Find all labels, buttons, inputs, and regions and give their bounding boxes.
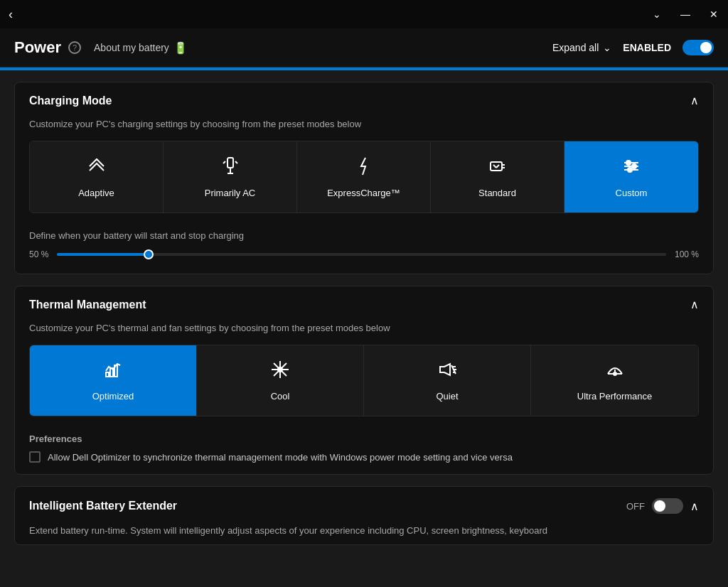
custom-icon — [621, 156, 641, 181]
charging-mode-title: Charging Mode — [29, 95, 112, 107]
charge-slider-section: Define when your battery will start and … — [15, 225, 713, 274]
expand-all-label: Expand all — [552, 42, 599, 53]
ibi-chevron: ∧ — [690, 500, 699, 513]
ibi-header: Intelligent Battery Extender OFF ∧ — [15, 487, 713, 525]
primarily-ac-icon — [220, 156, 240, 181]
charging-mode-header[interactable]: Charging Mode ∧ — [15, 82, 713, 119]
svg-line-9 — [496, 165, 499, 168]
charging-options: Adaptive Primarily AC — [29, 141, 699, 213]
svg-point-14 — [632, 164, 636, 168]
ibi-title: Intelligent Battery Extender — [29, 500, 177, 512]
charge-option-expresscharge[interactable]: ExpressCharge™ — [297, 141, 431, 212]
main-content: Charging Mode ∧ Customize your PC's char… — [0, 70, 728, 587]
thermal-option-optimized[interactable]: Optimized — [30, 345, 197, 416]
intelligent-battery-section: Intelligent Battery Extender OFF ∧ Exten… — [14, 486, 714, 545]
svg-line-4 — [235, 161, 237, 163]
expand-chevron-icon: ⌄ — [603, 42, 611, 53]
charging-mode-desc: Customize your PC's charging settings by… — [15, 119, 713, 141]
about-battery-link[interactable]: About my battery 🔋 — [94, 41, 188, 55]
minimize-button[interactable]: — — [677, 6, 694, 23]
primarily-ac-label: Primarily AC — [205, 188, 256, 198]
svg-point-31 — [614, 372, 616, 375]
ultra-performance-icon — [605, 360, 625, 384]
thermal-management-desc: Customize your PC's thermal and fan sett… — [15, 323, 713, 345]
dropdown-button[interactable]: ⌄ — [648, 6, 665, 23]
charge-option-primarily-ac[interactable]: Primarily AC — [164, 141, 297, 212]
ibi-toggle[interactable] — [652, 498, 683, 514]
title-bar: ‹ ⌄ — ✕ — [0, 0, 728, 28]
cool-label: Cool — [271, 391, 290, 402]
svg-rect-16 — [106, 372, 109, 377]
back-button[interactable]: ‹ — [9, 7, 13, 22]
charge-option-standard[interactable]: Standard — [431, 141, 564, 212]
adaptive-label: Adaptive — [78, 188, 114, 198]
standard-icon — [488, 156, 508, 181]
standard-label: Standard — [478, 188, 516, 198]
custom-label: Custom — [616, 188, 648, 198]
thermal-option-quiet[interactable]: Quiet — [364, 345, 531, 416]
thermal-option-ultra-performance[interactable]: Ultra Performance — [531, 345, 698, 416]
svg-point-13 — [626, 161, 631, 165]
charge-option-custom[interactable]: Custom — [564, 141, 698, 212]
ibi-desc: Extend battery run-time. System will int… — [15, 525, 713, 544]
svg-marker-24 — [440, 364, 450, 375]
expresscharge-label: ExpressCharge™ — [327, 188, 400, 198]
slider-fill — [57, 253, 148, 256]
ibi-header-left: Intelligent Battery Extender — [29, 500, 177, 512]
thermal-option-cool[interactable]: Cool — [197, 345, 364, 416]
svg-rect-5 — [491, 162, 502, 171]
thermal-options: Optimized Cool — [29, 345, 699, 416]
slider-desc: Define when your battery will start and … — [29, 230, 699, 241]
adaptive-icon — [87, 156, 107, 181]
slider-end-label: 100 % — [675, 249, 699, 259]
main-toggle[interactable] — [682, 40, 714, 55]
svg-rect-0 — [228, 158, 233, 168]
thermal-management-header[interactable]: Thermal Management ∧ — [15, 286, 713, 323]
optimized-icon — [103, 360, 123, 384]
preferences-title: Preferences — [29, 433, 699, 444]
thermal-management-title: Thermal Management — [29, 298, 146, 311]
enabled-label: ENABLED — [623, 42, 671, 53]
ultra-performance-label: Ultra Performance — [577, 391, 652, 402]
thermal-management-section: Thermal Management ∧ Customize your PC's… — [14, 286, 714, 475]
preferences-section: Preferences Allow Dell Optimizer to sync… — [15, 428, 713, 474]
charge-slider[interactable] — [57, 253, 666, 256]
expresscharge-icon — [354, 156, 374, 181]
slider-start-label: 50 % — [29, 249, 48, 259]
cool-icon — [270, 360, 290, 384]
battery-icon: 🔋 — [173, 41, 188, 55]
close-button[interactable]: ✕ — [705, 6, 722, 23]
quiet-label: Quiet — [436, 391, 458, 402]
sync-checkbox-label: Allow Dell Optimizer to synchronize ther… — [48, 452, 513, 463]
expand-all-button[interactable]: Expand all ⌄ — [552, 42, 611, 53]
header: Power ? About my battery 🔋 Expand all ⌄ … — [0, 28, 728, 68]
battery-link-text: About my battery — [94, 42, 169, 53]
window-controls: ⌄ — ✕ — [648, 6, 722, 23]
sync-checkbox-row: Allow Dell Optimizer to synchronize ther… — [29, 451, 699, 463]
ibi-controls: OFF ∧ — [626, 498, 699, 514]
slider-thumb[interactable] — [144, 249, 154, 259]
slider-container: 50 % 100 % — [29, 249, 699, 259]
charge-option-adaptive[interactable]: Adaptive — [30, 141, 164, 212]
ibi-off-label: OFF — [626, 501, 645, 512]
page-title: Power — [14, 38, 61, 57]
charging-mode-section: Charging Mode ∧ Customize your PC's char… — [14, 82, 714, 274]
svg-point-15 — [628, 168, 632, 172]
charging-mode-chevron: ∧ — [690, 94, 699, 107]
header-right: Expand all ⌄ ENABLED — [552, 40, 714, 55]
svg-line-3 — [223, 161, 225, 163]
header-left: Power ? About my battery 🔋 — [14, 38, 552, 57]
sync-checkbox[interactable] — [29, 451, 41, 463]
quiet-icon — [437, 360, 457, 384]
optimized-label: Optimized — [92, 391, 134, 402]
help-icon[interactable]: ? — [68, 41, 81, 54]
thermal-chevron: ∧ — [690, 298, 699, 311]
